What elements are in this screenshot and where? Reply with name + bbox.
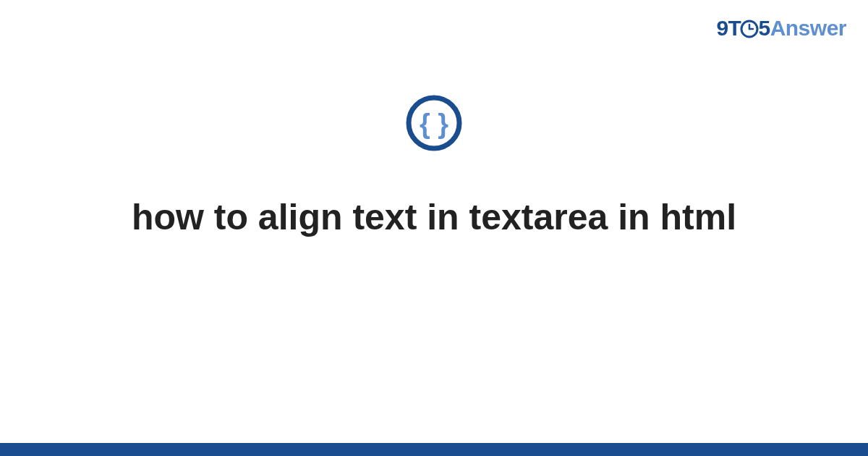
main-content: { } how to align text in textarea in htm… [0, 94, 868, 240]
svg-text:{ }: { } [420, 109, 448, 139]
logo-answer: Answer [770, 16, 846, 40]
logo-9t: 9T [716, 16, 741, 40]
site-logo: 9T5Answer [716, 16, 846, 43]
page-title: how to align text in textarea in html [72, 195, 796, 240]
braces-icon: { } [405, 94, 463, 155]
logo-5: 5 [758, 16, 770, 40]
clock-icon [740, 19, 759, 43]
footer-bar [0, 443, 868, 456]
